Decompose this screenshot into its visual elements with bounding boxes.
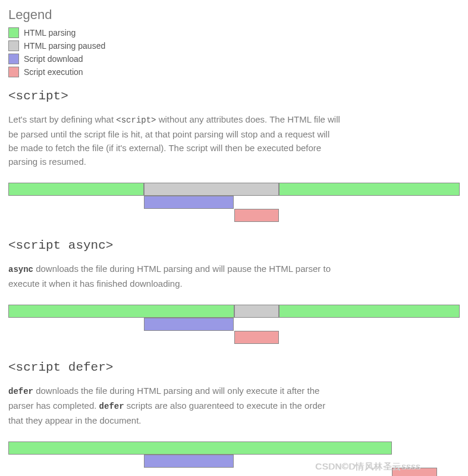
- body-script-defer: defer downloads the file during HTML par…: [8, 384, 341, 427]
- timeline-row-html: [8, 441, 460, 455]
- timeline-row-html: [8, 305, 460, 318]
- heading-script-plain: <script>: [8, 89, 460, 103]
- legend-swatch-paused: [8, 40, 19, 51]
- timeline-spacer: [8, 209, 234, 222]
- inline-bold: defer: [8, 387, 33, 396]
- timeline-bar-execution: [234, 331, 279, 344]
- legend-title: Legend: [8, 7, 460, 23]
- heading-script-async: <script async>: [8, 239, 460, 252]
- legend-label-download: Script download: [24, 54, 83, 64]
- timeline-row-execution: [8, 209, 460, 222]
- timeline-script-async: [8, 305, 460, 344]
- legend-item-paused: HTML parsing paused: [8, 40, 460, 51]
- legend: Legend HTML parsing HTML parsing paused …: [8, 7, 460, 77]
- timeline-bar-parsing: [8, 441, 392, 455]
- legend-swatch-execution: [8, 67, 19, 77]
- timeline-row-download: [8, 455, 460, 468]
- legend-label-execution: Script execution: [24, 67, 83, 77]
- inline-bold: async: [8, 265, 33, 274]
- body-script-plain: Let's start by defining what <script> wi…: [8, 112, 341, 168]
- section-script-defer: <script defer> defer downloads the file …: [8, 361, 460, 476]
- legend-item-execution: Script execution: [8, 67, 460, 77]
- timeline-spacer: [8, 468, 392, 476]
- legend-item-download: Script download: [8, 54, 460, 64]
- legend-items: HTML parsing HTML parsing paused Script …: [8, 27, 460, 77]
- timeline-bar-paused: [144, 183, 279, 196]
- timeline-bar-paused: [234, 305, 279, 318]
- timeline-bar-execution: [392, 468, 437, 476]
- timeline-bar-download: [144, 196, 234, 209]
- timeline-script-plain: [8, 183, 460, 222]
- timeline-bar-parsing: [279, 305, 460, 318]
- timeline-row-execution: [8, 468, 460, 476]
- body-text: Let's start by defining what: [8, 114, 116, 124]
- timeline-bar-parsing: [8, 305, 234, 318]
- legend-swatch-parsing: [8, 27, 19, 38]
- legend-item-parsing: HTML parsing: [8, 27, 460, 38]
- legend-swatch-download: [8, 54, 19, 64]
- timeline-bar-execution: [234, 209, 279, 222]
- timeline-bar-download: [144, 318, 234, 331]
- timeline-row-download: [8, 318, 460, 331]
- timeline-row-download: [8, 196, 460, 209]
- timeline-script-defer: [8, 441, 460, 476]
- timeline-row-html: [8, 183, 460, 196]
- timeline-bar-parsing: [279, 183, 460, 196]
- legend-label-paused: HTML parsing paused: [24, 41, 105, 51]
- section-script-plain: <script> Let's start by defining what <s…: [8, 89, 460, 222]
- legend-label-parsing: HTML parsing: [24, 28, 76, 37]
- timeline-bar-parsing: [8, 183, 144, 196]
- body-script-async: async downloads the file during HTML par…: [8, 262, 341, 290]
- inline-bold: defer: [99, 402, 124, 411]
- inline-code: <script>: [116, 115, 156, 125]
- body-text: downloads the file during HTML parsing a…: [8, 264, 331, 289]
- heading-script-defer: <script defer>: [8, 361, 460, 374]
- section-script-async: <script async> async downloads the file …: [8, 239, 460, 344]
- timeline-spacer: [8, 455, 144, 468]
- timeline-spacer: [8, 196, 144, 209]
- timeline-row-execution: [8, 331, 460, 344]
- timeline-bar-download: [144, 455, 234, 468]
- timeline-spacer: [8, 331, 234, 344]
- timeline-spacer: [8, 318, 144, 331]
